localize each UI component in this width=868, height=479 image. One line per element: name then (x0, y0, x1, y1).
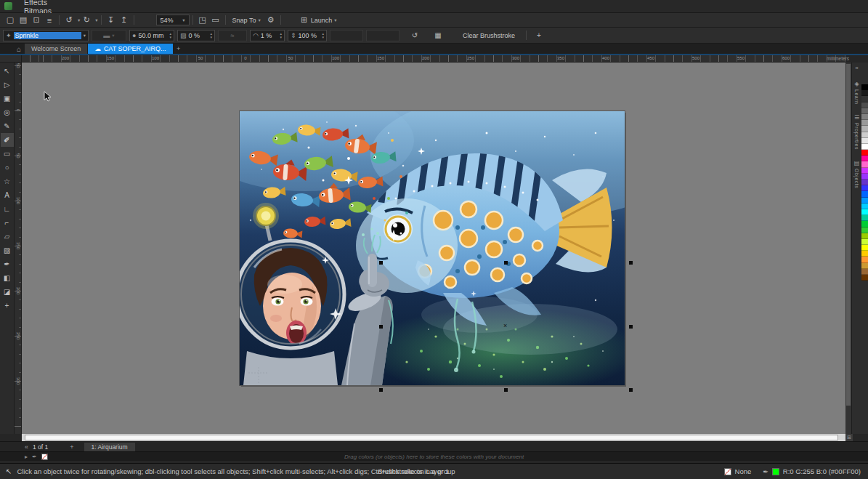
dab-rate-field[interactable]: ◠ 1 % ▴▾ (250, 30, 285, 41)
palette-swatch[interactable] (861, 239, 868, 245)
spin-down-icon[interactable]: ▾ (322, 36, 324, 39)
selection-handle-bottom-left[interactable] (379, 388, 383, 392)
transparency-field[interactable]: ▨ 0 % ▴▾ (177, 30, 215, 41)
reset-values-icon[interactable]: ↺ (408, 30, 421, 41)
eyedropper-tool[interactable]: ✒ (1, 257, 14, 271)
selection-handle-bottom-right[interactable] (629, 388, 633, 392)
export-icon[interactable]: ↥ (118, 15, 131, 26)
palette-swatch[interactable] (861, 138, 868, 144)
palette-swatch[interactable] (861, 168, 868, 174)
selection-handle-top-center[interactable] (504, 261, 508, 265)
spin-down-icon[interactable]: ▾ (169, 36, 171, 39)
more-tools[interactable]: + (1, 299, 14, 313)
palette-swatch[interactable] (861, 185, 868, 191)
connector-tool[interactable]: ⌐ (1, 216, 14, 230)
rectangle-tool[interactable]: ▭ (1, 147, 14, 161)
horizontal-scrollbar[interactable] (22, 434, 845, 441)
ellipse-tool[interactable]: ○ (1, 161, 14, 174)
spinner[interactable]: ▴▾ (280, 32, 282, 39)
clear-brushstroke-button[interactable]: Clear Brushstroke (458, 30, 520, 41)
horizontal-scrollbar-thumb[interactable] (25, 435, 838, 440)
brush-preset-combo[interactable]: ✦ Sprinkle ▾ (3, 30, 89, 41)
text-tool[interactable]: A (1, 188, 14, 202)
palette-swatch[interactable] (861, 198, 868, 204)
palette-swatch[interactable] (861, 275, 868, 281)
palette-swatch[interactable] (861, 102, 868, 108)
docker-tab-properties[interactable]: ☰ Properties (854, 109, 859, 155)
selection-handle-middle-right[interactable] (629, 325, 633, 329)
nib-size-field[interactable]: ● 50.0 mm ▴▾ (129, 30, 174, 41)
palette-swatch[interactable] (861, 263, 868, 269)
redo-caret-icon[interactable]: ▾ (95, 17, 97, 23)
pick-tool[interactable]: ↖ (1, 64, 14, 78)
palette-swatch[interactable] (861, 132, 868, 138)
stroke-preview-dropdown[interactable]: ▬ ▾ (92, 30, 126, 41)
selection-center-mark[interactable]: × (503, 323, 507, 329)
mesh-fill-tool[interactable]: ◪ (1, 285, 14, 299)
vertical-ruler[interactable]: 50050100150200250300 (15, 63, 22, 441)
selection-handle-middle-left[interactable] (379, 325, 383, 329)
transparency-tool[interactable]: ▨ (1, 243, 14, 257)
palette-swatch[interactable] (861, 209, 868, 215)
menu-item[interactable]: Effects (18, 0, 57, 7)
vertical-scrollbar-thumb[interactable] (846, 64, 851, 406)
outline-indicator[interactable]: ✒ R:0 G:255 B:0 (#00FF00) (763, 467, 861, 475)
redo-icon[interactable]: ↻ (80, 15, 93, 26)
spinner[interactable]: ▴▾ (322, 32, 324, 39)
tab-active-document[interactable]: ☁ CAT SOPER_AIRQ... (88, 44, 172, 54)
dimension-tool[interactable]: ∟ (1, 202, 14, 216)
new-tab-button[interactable]: + (174, 44, 184, 54)
first-page-icon[interactable]: « (25, 443, 28, 451)
interactive-fill-tool[interactable]: ◧ (1, 271, 14, 285)
airquarium-artwork[interactable] (240, 111, 625, 385)
palette-swatch[interactable] (861, 144, 868, 150)
palette-swatch[interactable] (861, 221, 868, 227)
page-tab-airquarium[interactable]: 1: Airquarium (84, 443, 135, 451)
selection-handle-bottom-center[interactable] (504, 388, 508, 392)
spray-order-grid-icon[interactable]: ▦ (431, 30, 445, 41)
spinner[interactable]: ▴▾ (210, 32, 212, 39)
tab-welcome-screen[interactable]: Welcome Screen (25, 44, 87, 54)
drawing-canvas[interactable]: × (22, 63, 845, 434)
freehand-tool[interactable]: ✎ (1, 119, 14, 133)
open-document-icon[interactable]: ▤ (17, 15, 30, 26)
palette-swatch[interactable] (861, 108, 868, 114)
print-document-icon[interactable]: ≡ (43, 15, 56, 26)
snap-to-button[interactable]: Snap To ▾ (229, 15, 264, 26)
palette-swatch[interactable] (861, 114, 868, 120)
home-icon[interactable]: ⌂ (13, 44, 25, 54)
selection-handle-top-right[interactable] (629, 261, 633, 265)
crop-tool[interactable]: ▣ (1, 92, 14, 105)
palette-swatch[interactable] (861, 96, 868, 102)
collapse-dockers-icon[interactable]: « (855, 65, 858, 71)
shadow-tool[interactable]: ▱ (1, 230, 14, 243)
docker-tab-objects[interactable]: ▤ Objects (854, 155, 860, 193)
palette-swatch[interactable] (861, 174, 868, 180)
palette-swatch[interactable] (861, 180, 868, 185)
add-preset-button[interactable]: + (532, 30, 545, 41)
palette-swatch[interactable] (861, 245, 868, 251)
document-navigator-icon[interactable]: ⊞ (845, 434, 853, 441)
options-gear-icon[interactable]: ⚙ (264, 15, 277, 26)
palette-swatch[interactable] (861, 233, 868, 239)
ruler-origin[interactable] (0, 55, 22, 63)
pan-view-icon[interactable]: ◳ (196, 15, 209, 26)
new-document-icon[interactable]: ▢ (4, 15, 17, 26)
spinner[interactable]: ▴▾ (169, 32, 171, 39)
palette-swatch[interactable] (861, 84, 868, 90)
artistic-media-tool[interactable]: ✐ (1, 133, 14, 147)
palette-swatch[interactable] (861, 204, 868, 209)
vertical-scrollbar[interactable] (845, 63, 851, 434)
palette-swatch[interactable] (861, 126, 868, 132)
docker-tab-learn[interactable]: ◈ Learn (854, 76, 859, 109)
palette-swatch[interactable] (861, 161, 868, 167)
zoom-tool[interactable]: ◎ (1, 105, 14, 119)
spin-down-icon[interactable]: ▾ (210, 36, 212, 39)
palette-swatch[interactable] (861, 215, 868, 221)
undo-icon[interactable]: ↺ (62, 15, 76, 26)
palette-swatch[interactable] (861, 251, 868, 257)
palette-swatch[interactable] (861, 191, 868, 197)
zoom-level-combo[interactable]: 54% ▾ (156, 15, 190, 25)
scale-field[interactable]: ⇕ 100 % ▴▾ (288, 30, 327, 41)
palette-swatch[interactable] (861, 228, 868, 233)
